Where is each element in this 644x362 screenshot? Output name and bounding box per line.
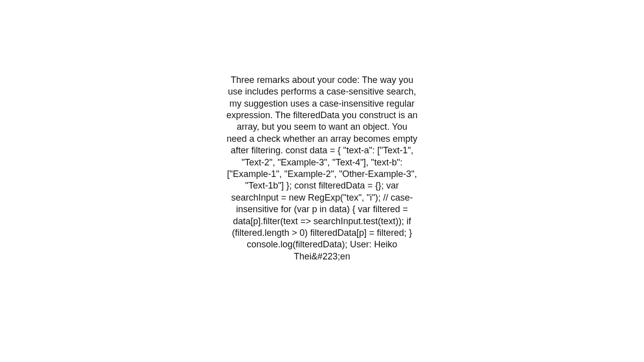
post-body-text: Three remarks about your code: The way y… [226, 74, 418, 262]
